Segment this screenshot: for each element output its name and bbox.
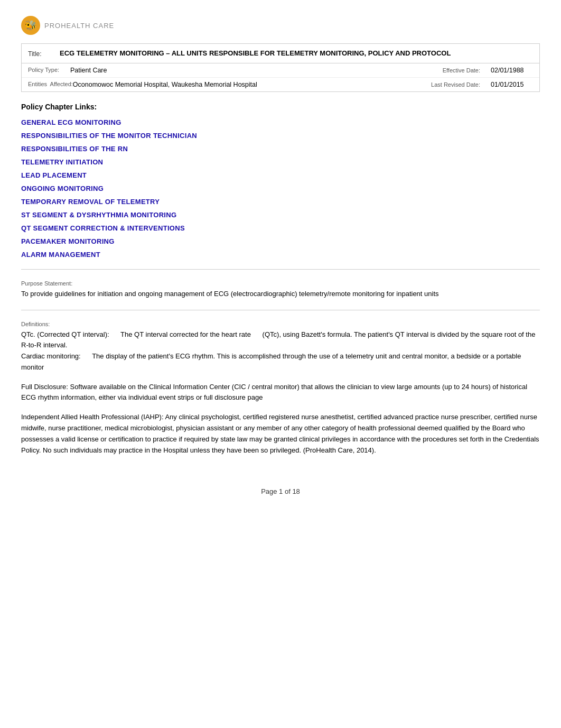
section-divider bbox=[21, 269, 540, 270]
link-pacemaker[interactable]: PACEMAKER MONITORING bbox=[21, 237, 540, 245]
entities-left: Entities Affected: Oconomowoc Memorial H… bbox=[28, 81, 401, 88]
definitions-section: Definitions: QTc. (Corrected QT interval… bbox=[21, 321, 540, 373]
policy-dates-right: Effective Date: 02/01/1988 bbox=[401, 67, 533, 74]
link-temporary-removal[interactable]: TEMPORARY REMOVAL OF TELEMETRY bbox=[21, 198, 540, 206]
policy-title-row: Title: ECG TELEMETRY MONITORING – ALL UN… bbox=[22, 44, 539, 63]
link-lead-placement[interactable]: LEAD PLACEMENT bbox=[21, 171, 540, 179]
last-revised-value: 01/01/2015 bbox=[491, 81, 533, 88]
effective-date-value: 02/01/1988 bbox=[491, 67, 533, 74]
link-qt-segment[interactable]: QT SEGMENT CORRECTION & INTERVENTIONS bbox=[21, 224, 540, 232]
purpose-label: Purpose Statement: bbox=[21, 280, 540, 287]
definitions-label: Definitions: bbox=[21, 321, 540, 327]
effective-date-label: Effective Date: bbox=[443, 67, 480, 73]
last-revised-row: Last Revised Date: 01/01/2015 bbox=[401, 81, 533, 88]
link-responsibilities-monitor[interactable]: RESPONSIBILITIES OF THE MONITOR TECHNICI… bbox=[21, 132, 540, 140]
last-revised-label: Last Revised Date: bbox=[431, 81, 480, 88]
policy-type-row: Policy Type: Patient Care Effective Date… bbox=[22, 63, 539, 78]
entities-value: Oconomowoc Memorial Hospital, Waukesha M… bbox=[73, 81, 257, 88]
link-ongoing-monitoring[interactable]: ONGOING MONITORING bbox=[21, 185, 540, 192]
last-revised-right: Last Revised Date: 01/01/2015 bbox=[401, 81, 533, 88]
effective-date-row: Effective Date: 02/01/1988 bbox=[401, 67, 533, 74]
policy-type-left: Policy Type: Patient Care bbox=[28, 67, 401, 74]
link-general-ecg[interactable]: GENERAL ECG MONITORING bbox=[21, 118, 540, 126]
logo-text: PROHEALTH CARE bbox=[44, 22, 114, 30]
policy-type-value: Patient Care bbox=[70, 67, 107, 74]
policy-info-box: Title: ECG TELEMETRY MONITORING – ALL UN… bbox=[21, 43, 540, 92]
chapter-links-heading: Policy Chapter Links: bbox=[21, 103, 540, 111]
affected-label: Affected: bbox=[50, 81, 73, 87]
entities-label: Entities Affected: bbox=[28, 81, 73, 87]
policy-title: ECG TELEMETRY MONITORING – ALL UNITS RES… bbox=[60, 49, 533, 57]
full-disclosure-paragraph: Full Disclosure: Software available on t… bbox=[21, 382, 540, 404]
bee-icon: 🐝 bbox=[25, 20, 36, 31]
page-number: Page 1 of 18 bbox=[261, 487, 300, 495]
logo-icon: 🐝 bbox=[21, 16, 40, 35]
link-alarm-management[interactable]: ALARM MANAGEMENT bbox=[21, 251, 540, 259]
policy-entities-row: Entities Affected: Oconomowoc Memorial H… bbox=[22, 78, 539, 91]
purpose-text: To provide guidelines for initiation and… bbox=[21, 289, 540, 299]
link-responsibilities-rn[interactable]: RESPONSIBILITIES OF THE RN bbox=[21, 145, 540, 153]
entities-word: Entities bbox=[28, 81, 47, 87]
independent-allied-paragraph: Independent Allied Health Professional (… bbox=[21, 412, 540, 456]
definitions-text: QTc. (Corrected QT interval): The QT int… bbox=[21, 329, 540, 373]
title-label: Title: bbox=[28, 49, 54, 58]
purpose-section: Purpose Statement: To provide guidelines… bbox=[21, 280, 540, 299]
logo-area: 🐝 PROHEALTH CARE bbox=[21, 16, 540, 35]
divider-2 bbox=[21, 310, 540, 310]
policy-type-label: Policy Type: bbox=[28, 67, 70, 73]
link-st-segment[interactable]: ST SEGMENT & DYSRHYTHMIA MONITORING bbox=[21, 211, 540, 219]
page-footer: Page 1 of 18 bbox=[21, 487, 540, 495]
link-telemetry-initiation[interactable]: TELEMETRY INITIATION bbox=[21, 158, 540, 166]
